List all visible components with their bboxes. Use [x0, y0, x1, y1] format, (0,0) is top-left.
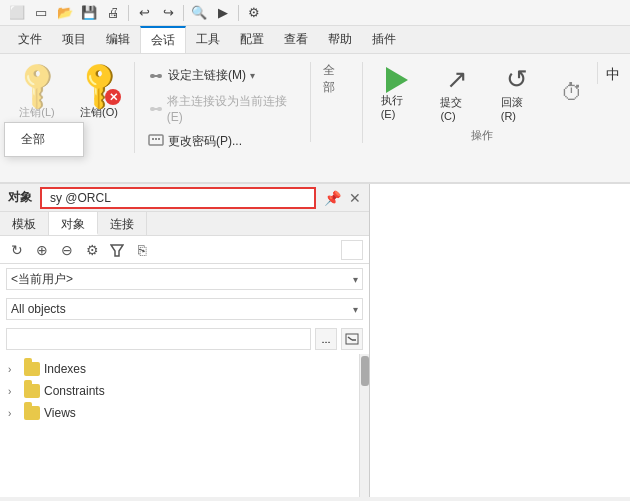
constraints-arrow: › — [8, 386, 20, 397]
main-content: 对象 sy @ORCL 📌 ✕ 模板 对象 连接 ↻ ⊕ ⊖ ⚙ ⎘ — [0, 184, 630, 497]
menu-session[interactable]: 会话 — [140, 26, 186, 53]
chain-gray-icon — [148, 101, 163, 117]
tab-object[interactable]: 对象 — [49, 212, 98, 235]
terminal-icon — [345, 332, 359, 346]
copy-obj-btn[interactable]: ⎘ — [131, 239, 153, 261]
sep1 — [128, 5, 129, 21]
cancel-x: ✕ — [105, 89, 121, 105]
submit-label: 提交(C) — [440, 95, 472, 122]
menu-edit[interactable]: 编辑 — [96, 27, 140, 52]
save-btn[interactable]: 💾 — [78, 3, 100, 23]
ribbon-area: 🔑 注销(L) 🔑 ✕ 注销(O) — [0, 54, 630, 184]
objects-dropdown-arrow: ▾ — [353, 304, 358, 315]
new-btn[interactable]: ⬜ — [6, 3, 28, 23]
set-current-link-btn[interactable]: 将主连接设为当前连接(E) — [143, 90, 298, 127]
indexes-folder-icon — [24, 362, 40, 376]
constraints-label: Constraints — [44, 384, 105, 398]
set-main-link-btn[interactable]: 设定主链接(M) ▾ — [143, 64, 298, 87]
panel-title: 对象 — [8, 189, 32, 206]
connection-tab-label: sy @ORCL — [50, 191, 111, 205]
set-main-link-label: 设定主链接(M) — [168, 67, 246, 84]
add-obj-btn[interactable]: ⊕ — [31, 239, 53, 261]
menu-tools[interactable]: 工具 — [186, 27, 230, 52]
menu-config[interactable]: 配置 — [230, 27, 274, 52]
right-panel — [370, 184, 630, 497]
search-execute-btn[interactable]: ... — [315, 328, 337, 350]
operations-label: 操作 — [471, 128, 493, 143]
print-btn[interactable]: 🖨 — [102, 3, 124, 23]
indexes-label: Indexes — [44, 362, 86, 376]
password-icon — [148, 134, 164, 150]
search-extra-btn[interactable] — [341, 328, 363, 350]
svg-rect-9 — [158, 138, 160, 140]
redo-btn[interactable]: ↪ — [157, 3, 179, 23]
panel-header: 对象 sy @ORCL 📌 ✕ — [0, 184, 369, 212]
open-btn[interactable]: 📂 — [54, 3, 76, 23]
pin-icon[interactable]: 📌 — [324, 190, 341, 206]
menu-project[interactable]: 项目 — [52, 27, 96, 52]
svg-rect-11 — [346, 334, 358, 344]
search-input[interactable] — [6, 328, 311, 350]
settings-quick-btn[interactable]: ⚙ — [243, 3, 265, 23]
menu-plugin[interactable]: 插件 — [362, 27, 406, 52]
rollback-btn[interactable]: ↺ 回滚(R) — [495, 62, 539, 124]
menu-bar: 文件 项目 编辑 会话 工具 配置 查看 帮助 插件 — [0, 26, 630, 54]
quick-toolbar: ⬜ ▭ 📂 💾 🖨 ↩ ↪ 🔍 ▶ ⚙ — [0, 0, 630, 26]
tabs-row: 模板 对象 连接 — [0, 212, 369, 236]
tree-item-indexes[interactable]: › Indexes — [0, 358, 369, 380]
connection-tab[interactable]: sy @ORCL — [40, 187, 316, 209]
change-password-label: 更改密码(P)... — [168, 133, 242, 150]
run-quick-btn[interactable]: ▶ — [212, 3, 234, 23]
logoff-dropdown: 全部 — [4, 122, 84, 157]
ribbon: 🔑 注销(L) 🔑 ✕ 注销(O) — [0, 54, 630, 182]
tree-area: › Indexes › Constraints › Views — [0, 354, 369, 497]
tree-item-constraints[interactable]: › Constraints — [0, 380, 369, 402]
tree-item-views[interactable]: › Views — [0, 402, 369, 424]
current-user-dropdown[interactable]: <当前用户> ▾ — [6, 268, 363, 290]
execute-btn[interactable]: 执行(E) — [375, 65, 419, 122]
sep3 — [238, 5, 239, 21]
menu-view[interactable]: 查看 — [274, 27, 318, 52]
filter-obj-btn[interactable]: ⚙ — [81, 239, 103, 261]
search-quick-btn[interactable]: 🔍 — [188, 3, 210, 23]
scrollbar[interactable] — [359, 354, 369, 497]
all-objects-dropdown[interactable]: All objects ▾ — [6, 298, 363, 320]
submit-btn[interactable]: ↗ 提交(C) — [434, 62, 478, 124]
tab-connection[interactable]: 连接 — [98, 212, 147, 235]
work-area — [370, 184, 630, 497]
change-password-btn[interactable]: 更改密码(P)... — [143, 130, 298, 153]
set-main-dropdown[interactable]: ▾ — [250, 70, 255, 81]
refresh-btn[interactable]: ↻ — [6, 239, 28, 261]
user-dropdown-arrow: ▾ — [353, 274, 358, 285]
search-bar: ... — [6, 328, 363, 350]
dropdown-all-item[interactable]: 全部 — [5, 127, 83, 152]
zhongwen-label: 中 — [606, 66, 620, 84]
rect-btn[interactable]: ▭ — [30, 3, 52, 23]
views-arrow: › — [8, 408, 20, 419]
svg-rect-8 — [155, 138, 157, 140]
execute-label: 执行(E) — [381, 93, 413, 120]
logoff-left-btn[interactable]: 🔑 注销(L) — [10, 62, 64, 123]
svg-rect-7 — [152, 138, 154, 140]
undo-btn[interactable]: ↩ — [133, 3, 155, 23]
group-all-label: 全部 — [323, 62, 345, 96]
left-panel: 对象 sy @ORCL 📌 ✕ 模板 对象 连接 ↻ ⊕ ⊖ ⚙ ⎘ — [0, 184, 370, 497]
filter-icon — [110, 243, 124, 257]
current-user-label: <当前用户> — [11, 271, 73, 288]
color-box — [341, 240, 363, 260]
set-current-link-label: 将主连接设为当前连接(E) — [167, 93, 293, 124]
logoff-btn[interactable]: 🔑 ✕ 注销(O) — [72, 62, 126, 123]
scrollbar-thumb — [361, 356, 369, 386]
tab-template[interactable]: 模板 — [0, 212, 49, 235]
menu-file[interactable]: 文件 — [8, 27, 52, 52]
timer-btn[interactable]: ⏱ — [555, 78, 589, 108]
chain-icon — [148, 68, 164, 84]
key-left-icon: 🔑 — [17, 65, 57, 105]
indexes-arrow: › — [8, 364, 20, 375]
close-icon[interactable]: ✕ — [349, 190, 361, 206]
rollback-label: 回滚(R) — [501, 95, 533, 122]
remove-obj-btn[interactable]: ⊖ — [56, 239, 78, 261]
funnel-icon[interactable] — [106, 239, 128, 261]
menu-help[interactable]: 帮助 — [318, 27, 362, 52]
views-folder-icon — [24, 406, 40, 420]
